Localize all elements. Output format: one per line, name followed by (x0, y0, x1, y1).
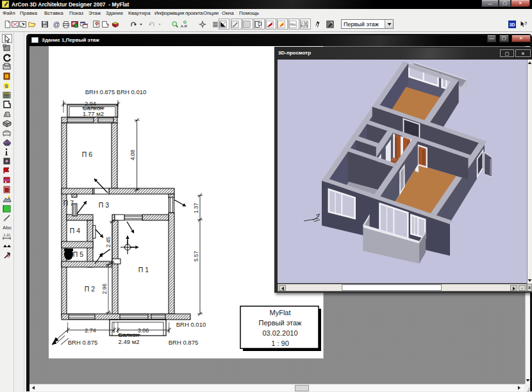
svg-text:П 7: П 7 (63, 199, 74, 207)
svg-text:П 2: П 2 (85, 285, 95, 293)
svg-text:П 3: П 3 (99, 201, 109, 209)
svg-text:?: ? (524, 21, 527, 26)
svg-text:BRH 0.010: BRH 0.010 (176, 321, 206, 328)
svg-text:П 6: П 6 (82, 151, 92, 158)
svg-text:03.02.2010: 03.02.2010 (262, 329, 297, 337)
svg-text:1 : 90: 1 : 90 (271, 339, 289, 347)
svg-text:BRH 0.875: BRH 0.875 (68, 339, 97, 346)
svg-text:MyFlat: MyFlat (270, 309, 291, 316)
svg-text:5.57: 5.57 (193, 250, 199, 261)
svg-text:4.08: 4.08 (129, 149, 136, 160)
svg-text:3.06: 3.06 (138, 327, 149, 334)
svg-text:Abc: Abc (3, 225, 12, 231)
svg-text:3D: 3D (510, 22, 515, 27)
svg-text:A-R: A-R (181, 24, 188, 28)
svg-text:1.10: 1.10 (3, 233, 10, 237)
svg-text:Abc: Abc (290, 22, 296, 26)
svg-text:1.37: 1.37 (193, 202, 199, 213)
svg-text:2.96: 2.96 (101, 283, 108, 294)
svg-text:@: @ (53, 20, 60, 28)
svg-text:2.49 м2: 2.49 м2 (119, 338, 140, 345)
svg-text:П 5: П 5 (73, 250, 83, 258)
svg-text:BRH 0.875: BRH 0.875 (169, 339, 198, 346)
svg-text:2.74: 2.74 (85, 327, 96, 334)
svg-text:BRH 0.875 BRH 0.010: BRH 0.875 BRH 0.010 (85, 88, 147, 95)
svg-text:Первый этаж: Первый этаж (259, 319, 302, 327)
svg-text:1.77 м2: 1.77 м2 (83, 110, 104, 117)
svg-text:2.45: 2.45 (105, 236, 112, 247)
svg-text:П 1: П 1 (138, 266, 149, 274)
svg-text:S: S (4, 83, 8, 89)
svg-text:П 4: П 4 (70, 227, 80, 234)
